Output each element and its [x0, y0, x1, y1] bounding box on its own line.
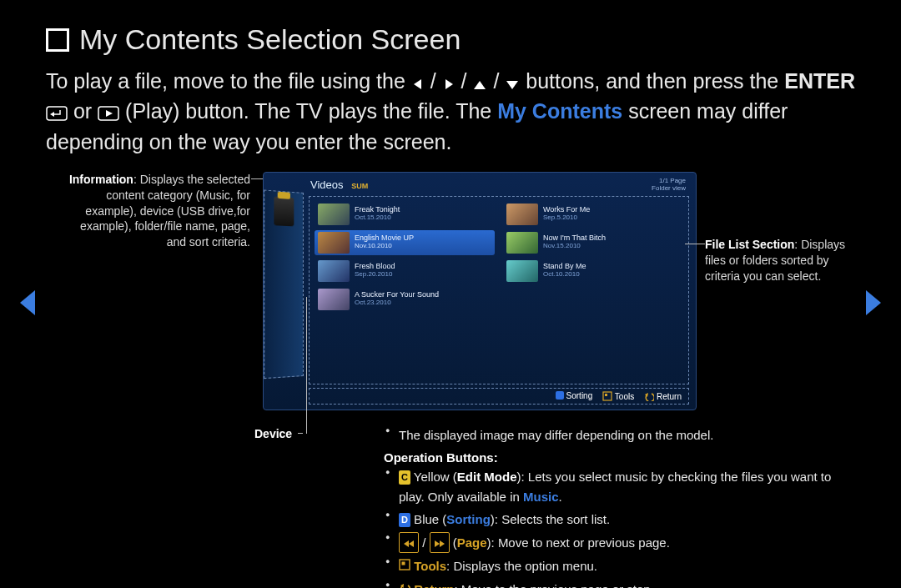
bullet-blue: D Blue (Sorting): Selects the sort list.	[384, 510, 855, 529]
svg-rect-11	[605, 394, 607, 396]
svg-marker-7	[106, 110, 113, 117]
svg-marker-2	[474, 81, 486, 89]
svg-marker-3	[506, 81, 518, 89]
file-item: Now I'm That BitchNov.15.2010	[503, 230, 683, 255]
file-item: Freak TonightOct.15.2010	[315, 202, 495, 227]
callout-information: Information: Displays the selected conte…	[63, 172, 250, 250]
my-contents-label: My Contents	[497, 99, 622, 123]
skip-forward-icon	[430, 532, 450, 553]
svg-rect-4	[47, 107, 67, 120]
callout-heading: File List Section	[705, 238, 794, 251]
file-item: Stand By MeOct.10.2010	[503, 259, 683, 284]
svg-marker-14	[409, 540, 414, 547]
svg-marker-0	[414, 79, 421, 89]
return-icon	[644, 391, 654, 401]
bullet-yellow: C Yellow (Edit Mode): Lets you select mu…	[384, 467, 855, 506]
sep: /	[430, 69, 442, 93]
svg-marker-5	[50, 112, 54, 117]
page-title-row: My Contents Selection Screen	[46, 23, 855, 56]
svg-marker-13	[404, 540, 409, 547]
bullet-page: / (Page): Move to next or previous page.	[384, 532, 855, 553]
bullet-return: Return: Move to the previous page or ste…	[384, 580, 855, 589]
mock-view: Folder view	[652, 185, 686, 193]
callout-heading: Information	[69, 173, 133, 186]
tools-icon	[399, 559, 410, 570]
callout-file-list: File List Section: Displays files or fol…	[705, 237, 863, 284]
enter-icon	[46, 106, 68, 121]
note-model: The displayed image may differ depending…	[384, 425, 855, 445]
c-badge-icon: C	[399, 470, 410, 485]
screenshot-mock: Videos SUM 1/1 Page Folder view Freak To…	[263, 172, 697, 410]
diagram-area: Information: Displays the selected conte…	[46, 172, 855, 422]
mock-operation-bar: Sorting Tools Return	[309, 388, 689, 405]
play-button-icon	[98, 106, 119, 121]
operation-buttons-heading: Operation Buttons:	[384, 448, 855, 467]
svg-marker-1	[445, 79, 453, 89]
intro-text: (Play) button. The TV plays the file. Th…	[125, 99, 497, 123]
svg-marker-16	[440, 540, 445, 547]
arrow-left-icon	[411, 78, 425, 91]
leader-line	[298, 433, 303, 434]
return-icon	[399, 582, 410, 589]
arrow-up-icon	[472, 79, 487, 91]
callout-device: Device	[254, 426, 292, 442]
intro-text: To play a file, move to the file using t…	[46, 69, 411, 93]
svg-marker-15	[435, 540, 440, 547]
leader-line	[685, 244, 705, 244]
usb-stick-icon	[274, 196, 294, 226]
skip-back-icon	[399, 532, 419, 553]
file-item-selected: English Movie UPNov.10.2010	[315, 230, 495, 255]
leader-line	[306, 297, 307, 434]
arrow-down-icon	[505, 79, 520, 91]
d-badge-icon: D	[399, 513, 410, 527]
opbar-return: Return	[657, 392, 682, 401]
mock-sum: SUM	[351, 182, 368, 190]
opbar-sorting: Sorting	[566, 391, 593, 400]
opbar-tools: Tools	[615, 392, 634, 401]
svg-marker-8	[20, 290, 35, 315]
intro-text: buttons, and then press the	[526, 69, 784, 93]
square-bullet-icon	[46, 28, 69, 52]
blue-square-icon	[556, 391, 564, 400]
mock-header: Videos SUM 1/1 Page Folder view	[264, 173, 696, 196]
next-page-arrow[interactable]	[863, 289, 884, 320]
svg-marker-9	[866, 290, 881, 315]
svg-rect-18	[402, 562, 405, 565]
bullet-tools: Tools: Displays the option menu.	[384, 556, 855, 575]
tools-icon	[602, 391, 612, 401]
sep: /	[461, 69, 473, 93]
mock-title: Videos	[310, 178, 344, 191]
page-title: My Contents Selection Screen	[79, 23, 461, 56]
file-item: A Sucker For Your SoundOct.23.2010	[315, 287, 495, 312]
arrow-right-icon	[442, 78, 456, 91]
file-item: Fresh BloodSep.20.2010	[315, 259, 495, 284]
sep: /	[493, 69, 505, 93]
prev-page-arrow[interactable]	[17, 289, 38, 320]
enter-label: ENTER	[784, 69, 855, 93]
file-item: Works For MeSep.5.2010	[503, 202, 683, 227]
mock-device-panel	[264, 189, 304, 379]
mock-file-list: Freak TonightOct.15.2010 Works For MeSep…	[309, 196, 689, 384]
intro-paragraph: To play a file, move to the file using t…	[46, 66, 855, 157]
notes-section: The displayed image may differ depending…	[384, 425, 855, 588]
intro-text: or	[73, 99, 98, 123]
